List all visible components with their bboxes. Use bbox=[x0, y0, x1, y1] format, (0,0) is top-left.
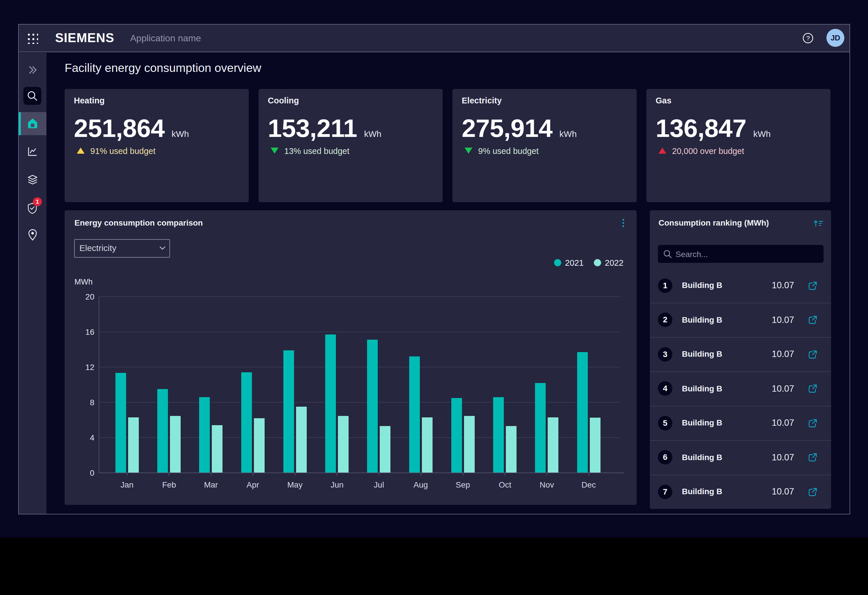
svg-text:?: ? bbox=[806, 35, 810, 42]
